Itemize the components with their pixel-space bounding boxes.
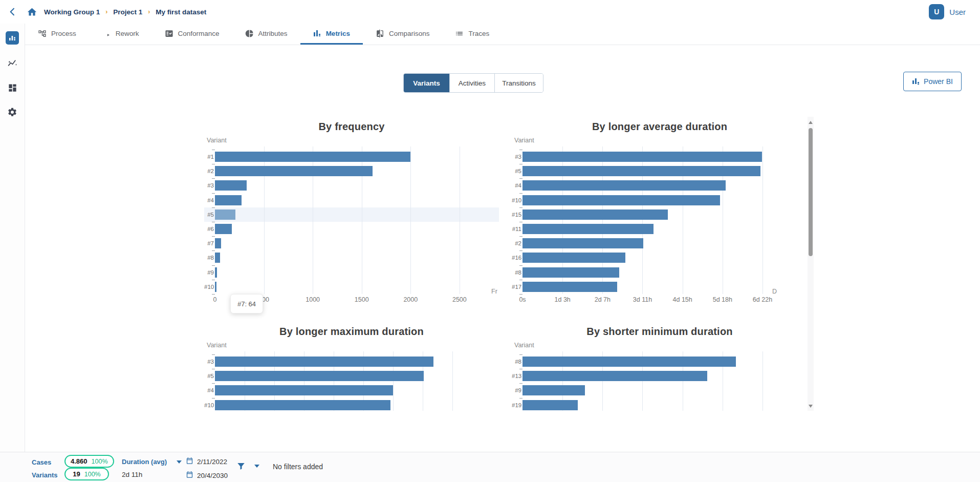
home-icon[interactable]	[26, 6, 38, 18]
bar--3[interactable]	[522, 152, 762, 162]
calendar-icon[interactable]	[186, 471, 193, 478]
date-to[interactable]: 20/4/2030	[197, 472, 228, 479]
bar--17[interactable]	[522, 282, 617, 292]
bar--5[interactable]	[522, 166, 760, 176]
power-bi-button[interactable]: Power BI	[903, 72, 962, 91]
bar--7[interactable]	[215, 238, 221, 248]
bar--2[interactable]	[215, 166, 373, 176]
chart-row--15: #15	[512, 207, 808, 222]
sidebar-item-insights[interactable]	[6, 56, 19, 70]
x-tick-label: 2000	[403, 296, 418, 303]
x-tick-label: 3d 11h	[633, 296, 652, 303]
bar--8[interactable]	[522, 267, 619, 278]
tooltip: #7: 64	[230, 294, 263, 313]
bar--1[interactable]	[215, 152, 410, 162]
chart-row--8: #8	[204, 250, 499, 265]
breadcrumb-item-project-1[interactable]: Project 1	[113, 8, 142, 16]
toggle-activities[interactable]: Activities	[450, 74, 495, 92]
bar--15[interactable]	[522, 209, 668, 220]
tab-comparisons[interactable]: Comparisons	[363, 24, 443, 45]
x-tick-label: 4d 15h	[673, 296, 692, 303]
user-name[interactable]: User	[949, 8, 966, 16]
scroll-up-arrow-icon[interactable]	[809, 121, 813, 124]
tab-bar: ProcessReworkConformanceAttributesMetric…	[25, 24, 980, 45]
bar--16[interactable]	[522, 253, 625, 263]
tab-rework[interactable]: Rework	[89, 24, 152, 45]
breadcrumb-item-my-first-dataset[interactable]: My first dataset	[156, 8, 206, 16]
cases-count-badge: 4.860 100%	[64, 455, 114, 468]
bar--2[interactable]	[522, 238, 643, 248]
breadcrumb-item-working-group-1[interactable]: Working Group 1	[44, 8, 100, 16]
date-from[interactable]: 2/11/2022	[197, 458, 227, 466]
vertical-scrollbar[interactable]	[808, 117, 814, 411]
bar--4[interactable]	[215, 195, 242, 205]
variant-label: #9	[512, 383, 521, 397]
y-axis-tick	[519, 383, 522, 384]
toggle-transitions[interactable]: Transitions	[495, 74, 543, 92]
bar--3[interactable]	[215, 357, 433, 367]
bar--3[interactable]	[215, 180, 247, 191]
chart-row--19: #19	[512, 398, 808, 411]
toggle-variants[interactable]: Variants	[404, 74, 450, 92]
sidebar-item-dashboard[interactable]	[6, 81, 19, 94]
back-icon[interactable]	[6, 6, 18, 18]
variant-label: #3	[204, 178, 214, 193]
bar--8[interactable]	[522, 357, 736, 367]
y-axis-tick	[519, 294, 522, 295]
tab-traces[interactable]: Traces	[442, 24, 502, 45]
bar--19[interactable]	[522, 400, 578, 410]
bar--5[interactable]	[215, 371, 424, 381]
sidebar	[0, 24, 25, 452]
cases-label[interactable]: Cases	[32, 458, 51, 466]
tab-label: Comparisons	[389, 30, 430, 37]
bar--10[interactable]	[215, 282, 216, 292]
gridline	[763, 351, 763, 411]
chart-title: By longer maximum duration	[204, 324, 499, 339]
duration-metric-selector[interactable]: Duration (avg)	[122, 458, 167, 466]
variant-label: #9	[204, 265, 214, 280]
variant-label: #5	[204, 207, 214, 222]
breadcrumb-separator-icon: ›	[105, 8, 107, 15]
y-axis-label: Variant	[204, 339, 499, 351]
rework-loop-icon	[102, 29, 111, 38]
bar--9[interactable]	[522, 385, 585, 395]
bar--4[interactable]	[522, 180, 726, 191]
bar--10[interactable]	[522, 195, 720, 205]
tab-metrics[interactable]: Metrics	[300, 24, 363, 45]
variant-label: #8	[204, 250, 214, 265]
variants-percent: 100%	[84, 471, 101, 478]
calendar-icon[interactable]	[186, 457, 193, 465]
tab-attributes[interactable]: Attributes	[232, 24, 300, 45]
tab-process[interactable]: Process	[25, 24, 89, 45]
tab-conformance[interactable]: Conformance	[152, 24, 232, 45]
variant-label: #10	[204, 398, 214, 411]
cases-percent: 100%	[92, 458, 108, 465]
sidebar-item-bar-chart[interactable]	[6, 31, 19, 45]
bar--9[interactable]	[215, 267, 217, 278]
plot-area: #3#5#4#10#15#11#2#16#8#17	[512, 146, 808, 294]
variants-label[interactable]: Variants	[32, 471, 58, 479]
bar--5[interactable]	[215, 209, 235, 220]
chart-row--11: #11	[512, 222, 808, 236]
bar--13[interactable]	[522, 371, 707, 381]
bar--8[interactable]	[215, 253, 220, 263]
x-tick-label: 2500	[452, 296, 467, 303]
caret-down-icon[interactable]	[177, 460, 182, 464]
filter-funnel-icon[interactable]	[236, 462, 246, 471]
chart-row--1: #1	[204, 150, 499, 164]
sidebar-item-settings-gear[interactable]	[6, 106, 19, 119]
variant-label: #10	[204, 280, 214, 294]
bar--10[interactable]	[215, 400, 390, 410]
scroll-down-arrow-icon[interactable]	[809, 405, 813, 408]
scrollbar-thumb[interactable]	[809, 128, 813, 256]
x-axis-name-clipped: D	[772, 288, 777, 295]
y-axis-label: Variant	[512, 339, 808, 351]
variant-label: #13	[512, 369, 521, 383]
bar--11[interactable]	[522, 224, 654, 234]
y-axis-tick	[212, 265, 215, 266]
avatar[interactable]: U	[929, 4, 944, 19]
x-tick-label: 6d 22h	[753, 296, 772, 303]
bar--6[interactable]	[215, 224, 232, 234]
caret-down-icon[interactable]	[254, 465, 259, 468]
bar--4[interactable]	[215, 385, 393, 395]
